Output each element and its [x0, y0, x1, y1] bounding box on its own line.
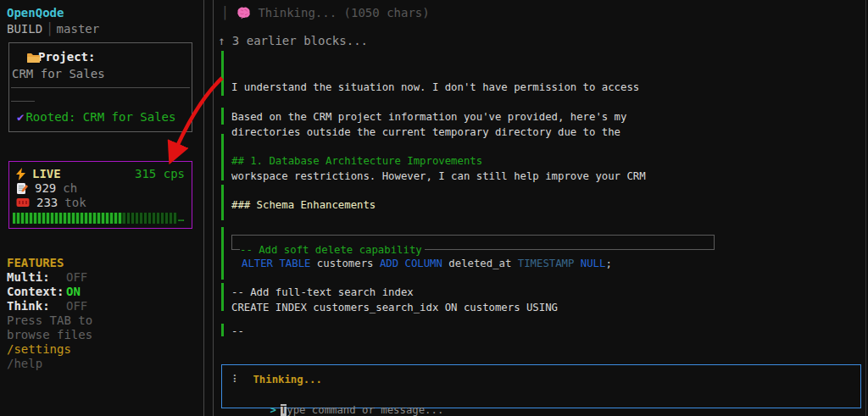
progress-ellipsis: …	[178, 213, 184, 224]
prompt-chevron: >	[270, 404, 275, 416]
help-command[interactable]: /help	[7, 357, 92, 371]
brain-icon	[236, 7, 251, 19]
live-stats-panel: LIVE 315 cps 929 ch 233 tok	[8, 161, 192, 229]
feature-row-multi: Multi:OFF	[7, 270, 92, 285]
progress-bar: …	[13, 212, 184, 224]
project-title: Project:	[38, 50, 95, 64]
feature-value: OFF	[66, 299, 87, 313]
settings-command[interactable]: /settings	[7, 342, 92, 357]
input-prompt-row[interactable]: >Type command or message...	[232, 388, 443, 416]
markdown-heading-h3: ### Schema Enhancements	[231, 198, 376, 214]
cps-value: 315 cps	[135, 167, 185, 181]
block-gutter-bar	[221, 108, 224, 125]
tokens-row: 233 tok	[16, 196, 185, 209]
block-gutter-bar	[221, 324, 224, 336]
sql-space	[574, 258, 580, 269]
sql-keyword: ADD COLUMN	[380, 258, 442, 269]
block-gutter-bar	[221, 227, 224, 280]
sql-code-block: -- Add soft delete capability	[231, 235, 715, 250]
assistant-paragraph: I understand the situation now. I don't …	[231, 51, 646, 214]
sql-comment: -- Add full-text search index	[231, 286, 414, 301]
sql-identifier: deleted_at	[442, 258, 518, 269]
chars-value: 929	[35, 181, 56, 196]
block-gutter-bar	[221, 185, 224, 220]
progress-bar-remaining	[123, 213, 178, 224]
check-icon: ✔	[17, 110, 24, 124]
project-panel: Project: CRM for Sales ✔Rooted: CRM for …	[8, 42, 192, 132]
tokens-value: 233	[36, 196, 58, 210]
thinking-header: │ Thinking... (1050 chars)	[221, 6, 430, 20]
markdown-heading-h2: ## 1. Database Architecture Improvements	[231, 154, 482, 169]
git-branch-label: master	[57, 22, 100, 36]
assistant-paragraph: Based on the CRM project information you…	[231, 110, 626, 125]
continuation-dash: --	[231, 324, 244, 340]
main-panel-border	[213, 0, 214, 416]
sql-statement: CREATE INDEX customers_search_idx ON cus…	[231, 301, 558, 316]
chars-unit: ch	[63, 181, 77, 196]
mode-label: BUILD	[7, 22, 42, 36]
paragraph-line: I understand the situation now. I don't …	[231, 80, 646, 96]
app-title: OpenQode	[7, 6, 64, 20]
sql-statement: ALTER TABLE customers ADD COLUMN deleted…	[242, 257, 612, 272]
chars-row: 929 ch	[16, 181, 185, 195]
feature-label: Think:	[7, 299, 66, 313]
build-branch-row: BUILD│master	[7, 22, 99, 36]
sql-comment-title: -- Add soft delete capability	[240, 243, 425, 258]
sql-keyword: ALTER TABLE	[242, 258, 310, 269]
feature-row-context: Context:ON	[7, 285, 92, 299]
thinking-header-label: Thinking... (1050 chars)	[258, 6, 429, 20]
paragraph-line: workspace restrictions. However, I can s…	[231, 169, 646, 185]
earlier-blocks-indicator[interactable]: ↑ 3 earlier blocks...	[218, 34, 368, 48]
thinking-status-label: Thinking...	[253, 374, 321, 385]
block-gutter-bar	[221, 134, 224, 180]
block-gutter-bar	[221, 51, 224, 96]
rooted-status: ✔Rooted: CRM for Sales	[17, 110, 175, 125]
input-status-row: ⠇ Thinking...	[232, 373, 322, 388]
spinner-icon: ⠇	[232, 374, 240, 385]
features-title: FEATURES	[7, 256, 92, 270]
project-divider-short	[11, 101, 35, 102]
divider-glyph: │	[42, 22, 56, 36]
tab-hint-line2: browse files	[7, 328, 92, 342]
project-title-row: Project:	[18, 50, 95, 64]
feature-row-think: Think:OFF	[7, 299, 92, 313]
tokens-unit: tok	[64, 196, 86, 210]
block-gutter-bar	[221, 283, 224, 311]
bolt-icon	[16, 168, 25, 180]
input-placeholder: ype command or message...	[287, 404, 443, 416]
live-row: LIVE 315 cps	[16, 167, 185, 180]
window-right-edge	[865, 0, 866, 416]
command-input-box[interactable]: ⠇ Thinking... >Type command or message..…	[221, 364, 861, 408]
rooted-label: Rooted: CRM for Sales	[25, 110, 175, 124]
tab-hint-line1: Press TAB to	[7, 313, 92, 328]
sql-keyword: NULL	[581, 258, 606, 269]
feature-value: ON	[66, 285, 81, 298]
paragraph-line: directories outside the current temporar…	[231, 125, 646, 141]
memo-icon	[16, 182, 28, 195]
project-divider	[11, 87, 190, 88]
project-name: CRM for Sales	[12, 67, 105, 81]
features-section: FEATURES Multi:OFF Context:ON Think:OFF …	[7, 256, 92, 371]
ticket-icon	[16, 197, 30, 208]
feature-label: Context:	[7, 285, 66, 299]
feature-label: Multi:	[7, 270, 66, 285]
gutter-glyph: │	[221, 6, 228, 20]
feature-value: OFF	[66, 270, 87, 284]
sql-type: TIMESTAMP	[518, 258, 575, 269]
folder-icon	[26, 53, 41, 64]
progress-bar-filled	[13, 213, 123, 224]
sql-punctuation: ;	[605, 258, 611, 269]
sidebar-divider	[203, 0, 204, 416]
sql-identifier: customers	[310, 258, 379, 269]
live-label: LIVE	[32, 167, 61, 181]
